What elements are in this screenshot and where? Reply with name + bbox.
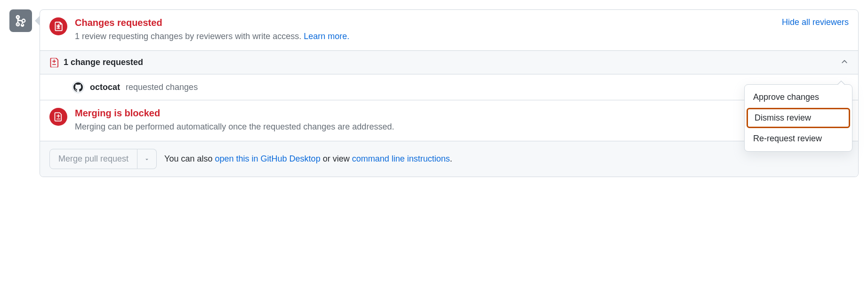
svg-rect-5 [56,28,60,29]
merge-options-caret[interactable] [137,149,157,169]
review-summary-label: 1 change requested [64,57,836,67]
reviewer-username[interactable]: octocat [90,82,120,92]
svg-rect-4 [58,24,59,28]
reviewer-status-text: requested changes [126,82,827,92]
merging-blocked-subtitle: Merging can be performed automatically o… [75,121,849,133]
svg-rect-10 [58,114,59,118]
merging-blocked-section: Merging is blocked Merging can be perfor… [40,100,858,141]
svg-rect-11 [56,119,60,120]
changes-requested-section: Changes requested 1 review requesting ch… [40,10,858,51]
merge-footer-text: You can also open this in GitHub Desktop… [164,154,452,164]
reviewer-row: octocat requested changes ••• [40,74,858,100]
merge-status-container: Changes requested 1 review requesting ch… [9,9,859,177]
approve-changes-item[interactable]: Approve changes [745,88,852,107]
file-diff-icon [49,58,59,67]
svg-point-0 [16,16,20,19]
dismiss-review-item[interactable]: Dismiss review [747,108,850,128]
changes-requested-subtitle: 1 review requesting changes by reviewers… [75,30,774,43]
merge-button-group: Merge pull request [49,149,157,169]
file-diff-icon [49,108,67,126]
re-request-review-item[interactable]: Re-request review [745,129,852,148]
file-diff-icon [49,17,67,35]
svg-rect-7 [54,59,55,63]
learn-more-link[interactable]: Learn more. [304,32,349,41]
review-summary-row[interactable]: 1 change requested [40,51,858,74]
hide-all-reviewers-link[interactable]: Hide all reviewers [782,17,849,27]
svg-rect-8 [52,64,56,65]
merge-footer: Merge pull request You can also open thi… [40,141,858,177]
changes-requested-title: Changes requested [75,17,774,28]
merge-pull-request-button[interactable]: Merge pull request [49,149,137,169]
chevron-up-icon[interactable] [840,57,849,67]
svg-point-2 [22,19,25,23]
merge-panel: Changes requested 1 review requesting ch… [40,9,859,177]
cli-instructions-link[interactable]: command line instructions [352,154,450,163]
avatar[interactable] [72,81,84,93]
git-merge-icon [9,9,32,32]
merging-blocked-title: Merging is blocked [75,108,849,119]
open-in-desktop-link[interactable]: open this in GitHub Desktop [215,154,321,163]
review-actions-dropdown: Approve changes Dismiss review Re-reques… [744,84,852,152]
